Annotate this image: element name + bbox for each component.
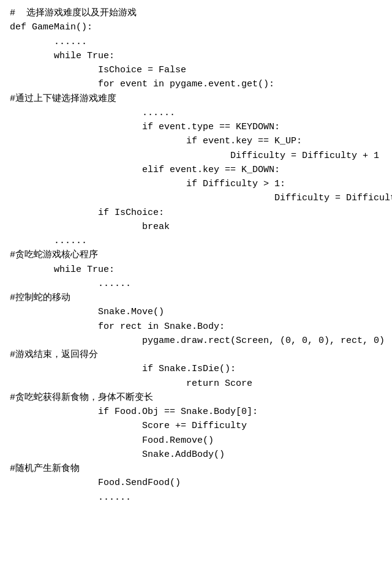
code-line: #通过上下键选择游戏难度 (10, 92, 382, 106)
code-line: if event.key == K_UP: (10, 134, 382, 148)
code-line: elif event.key == K_DOWN: (10, 163, 382, 177)
code-line: #贪吃蛇获得新食物，身体不断变长 (10, 391, 382, 405)
code-line: Score += Difficulty (10, 419, 382, 433)
code-line: ...... (10, 35, 382, 49)
code-line: # 选择游戏难度以及开始游戏 (10, 6, 382, 20)
code-line: #游戏结束，返回得分 (10, 348, 382, 362)
code-line: #贪吃蛇游戏核心程序 (10, 248, 382, 262)
code-line: #控制蛇的移动 (10, 291, 382, 305)
code-line: pygame.draw.rect(Screen, (0, 0, 0), rect… (10, 334, 382, 348)
code-line: return Score (10, 377, 382, 391)
code-line: if Food.Obj == Snake.Body[0]: (10, 405, 382, 419)
code-line: Food.Remove() (10, 434, 382, 448)
code-line: Snake.Move() (10, 305, 382, 319)
code-line: Snake.AddBody() (10, 448, 382, 462)
code-line: if IsChoice: (10, 206, 382, 220)
code-line: while True: (10, 49, 382, 63)
code-line: ...... (10, 277, 382, 291)
code-line: Difficulty = Difficulty + 1 (10, 149, 382, 163)
code-line: Difficulty = Difficulty - 1 (10, 191, 382, 205)
code-line: IsChoice = False (10, 63, 382, 77)
code-line: for rect in Snake.Body: (10, 320, 382, 334)
code-line: #随机产生新食物 (10, 462, 382, 476)
code-line: ...... (10, 491, 382, 505)
code-line: def GameMain(): (10, 20, 382, 34)
code-line: for event in pygame.event.get(): (10, 77, 382, 91)
code-block: # 选择游戏难度以及开始游戏def GameMain(): ...... whi… (10, 6, 382, 505)
code-line: ...... (10, 234, 382, 248)
code-line: ...... (10, 106, 382, 120)
code-line: if Snake.IsDie(): (10, 362, 382, 376)
code-line: Food.SendFood() (10, 476, 382, 490)
code-line: if Difficulty > 1: (10, 177, 382, 191)
code-line: break (10, 220, 382, 234)
code-line: while True: (10, 263, 382, 277)
code-line: if event.type == KEYDOWN: (10, 120, 382, 134)
